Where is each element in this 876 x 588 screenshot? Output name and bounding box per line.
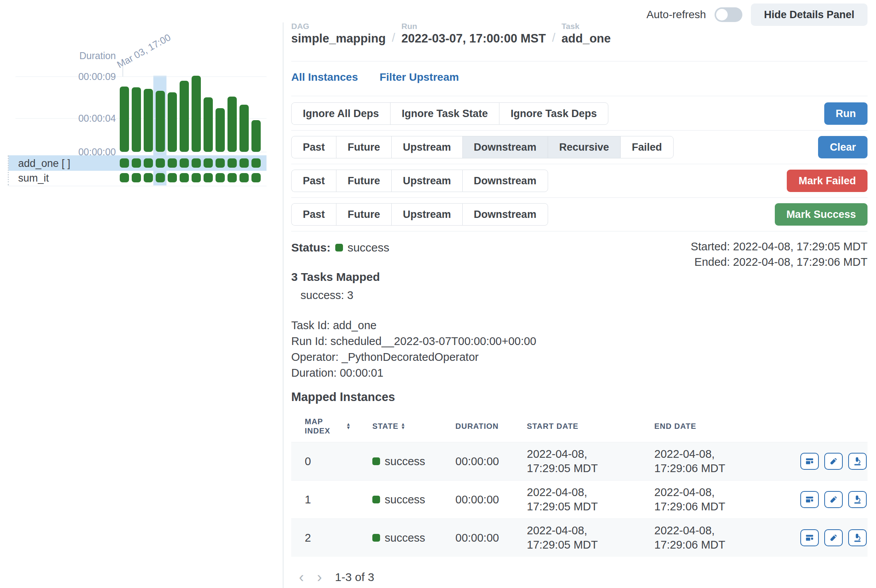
segment-past[interactable]: Past [291,136,336,158]
mark-success-button[interactable]: Mark Success [775,203,868,226]
run-action-row: Ignore All DepsIgnore Task StateIgnore T… [291,102,868,125]
segment-downstream[interactable]: Downstream [462,170,548,192]
column-header-map-index[interactable]: Map Index▲▼ [305,417,351,435]
task-instance-add-one-run-4-success[interactable] [168,158,177,168]
task-rows-bottom-line [8,186,267,186]
log-button[interactable] [824,529,843,546]
mapped-instance-row: 1success00:00:002022-04-08,17:29:05 MDT2… [291,480,868,518]
next-page-icon[interactable]: › [317,570,322,585]
task-instance-add-one-run-6-success[interactable] [192,158,201,168]
hide-details-panel-button[interactable]: Hide Details Panel [751,3,868,26]
sort-icon[interactable]: ▲▼ [346,423,351,430]
table-button[interactable] [800,491,819,508]
task-instance-add-one-run-1-success[interactable] [132,158,141,168]
task-instance-add-one-run-8-success[interactable] [216,158,225,168]
task-instance-sum-it-run-11-success[interactable] [251,173,261,182]
clear-button[interactable]: Clear [818,136,868,158]
table-icon [805,495,815,505]
breadcrumb-dag[interactable]: DAG simple_mapping [291,22,386,46]
segment-past[interactable]: Past [291,170,336,192]
task-instance-sum-it-run-8-success[interactable] [216,173,225,182]
duration-bar-run-9[interactable] [227,97,237,152]
log-button[interactable] [824,491,843,508]
segment-downstream[interactable]: Downstream [462,136,548,158]
table-button[interactable] [800,529,819,546]
task-instance-sum-it-run-4-success[interactable] [168,173,177,182]
chart-x-tick [122,66,123,76]
task-instance-sum-it-run-3-success[interactable] [156,173,165,182]
task-instance-add-one-run-0-success[interactable] [120,158,129,168]
table-button[interactable] [800,453,819,470]
chart-duration-axis-title: Duration [42,50,116,61]
task-instance-sum-it-run-5-success[interactable] [180,173,189,182]
log-button[interactable] [824,453,843,470]
segment-upstream[interactable]: Upstream [391,136,462,158]
column-header-state[interactable]: State▲▼ [372,421,419,431]
task-instance-add-one-run-7-success[interactable] [204,158,213,168]
mapped-instance-row: 0success00:00:002022-04-08,17:29:05 MDT2… [291,442,868,480]
task-instance-sum-it-run-1-success[interactable] [132,173,141,182]
task-value[interactable]: add_one [562,32,611,46]
segment-ignore-task-state[interactable]: Ignore Task State [390,102,499,125]
task-instance-sum-it-run-7-success[interactable] [204,173,213,182]
segment-recursive[interactable]: Recursive [548,136,620,158]
segment-past[interactable]: Past [291,203,336,226]
task-instance-add-one-run-5-success[interactable] [180,158,189,168]
segment-ignore-task-deps[interactable]: Ignore Task Deps [499,102,608,125]
task-instance-sum-it-run-6-success[interactable] [192,173,201,182]
duration-bar-run-3[interactable] [156,91,165,152]
task-instance-sum-it-run-0-success[interactable] [120,173,129,182]
breadcrumb-run[interactable]: Run 2022-03-07, 17:00:00 MST [401,22,546,46]
task-rows-guide [8,155,9,185]
task-instance-add-one-run-11-success[interactable] [251,158,261,168]
duration-bar-run-6[interactable] [192,76,201,152]
task-instance-add-one-run-3-success[interactable] [156,158,165,168]
segment-future[interactable]: Future [336,136,391,158]
task-instance-sum-it-run-2-success[interactable] [144,173,153,182]
task-instance-add-one-run-10-success[interactable] [239,158,249,168]
duration-bar-run-1[interactable] [132,87,141,152]
segment-upstream[interactable]: Upstream [391,170,462,192]
breadcrumb-separator: / [392,31,396,46]
cell-state: success [372,454,455,469]
task-instance-sum-it-run-9-success[interactable] [227,173,237,182]
task-instance-add-one-run-2-success[interactable] [144,158,153,168]
breadcrumb-task[interactable]: Task add_one [562,22,611,46]
segment-future[interactable]: Future [336,170,391,192]
sort-icon[interactable]: ▲▼ [401,423,406,430]
tab-all-instances[interactable]: All Instances [291,71,358,83]
microscope-button[interactable] [848,453,867,470]
duration-line: Duration: 00:00:01 [291,365,536,381]
run-label: Run [401,22,546,31]
cell-state: success [372,531,455,545]
segment-upstream[interactable]: Upstream [391,203,462,226]
run-value[interactable]: 2022-03-07, 17:00:00 MST [401,32,546,46]
auto-refresh-toggle[interactable] [715,7,742,22]
microscope-button[interactable] [848,491,867,508]
task-row-label-add-one[interactable]: add_one [ ] [18,158,70,170]
breadcrumb: DAG simple_mapping / Run 2022-03-07, 17:… [291,22,611,46]
task-row-label-sum-it[interactable]: sum_it [18,172,49,184]
duration-bar-run-11[interactable] [251,120,261,152]
segment-ignore-all-deps[interactable]: Ignore All Deps [291,102,390,125]
mark-failed-scope-button-group: PastFutureUpstreamDownstream [291,170,548,192]
previous-page-icon[interactable]: ‹ [299,570,304,585]
tab-filter-upstream[interactable]: Filter Upstream [380,71,459,83]
duration-bar-run-0[interactable] [120,87,129,152]
duration-bar-run-10[interactable] [239,105,249,152]
duration-bar-run-7[interactable] [204,97,213,152]
task-instance-sum-it-run-10-success[interactable] [239,173,249,182]
cell-start-date: 2022-04-08,17:29:05 MDT [527,447,654,476]
segment-failed[interactable]: Failed [620,136,674,158]
duration-bar-run-5[interactable] [180,81,189,152]
run-button[interactable]: Run [824,102,868,125]
segment-downstream[interactable]: Downstream [462,203,548,226]
segment-future[interactable]: Future [336,203,391,226]
microscope-button[interactable] [848,529,867,546]
mark-failed-button[interactable]: Mark Failed [787,170,868,192]
task-instance-add-one-run-9-success[interactable] [227,158,237,168]
dag-value[interactable]: simple_mapping [291,32,386,46]
duration-bar-run-4[interactable] [168,92,177,152]
duration-bar-run-8[interactable] [216,108,225,152]
duration-bar-run-2[interactable] [144,89,153,152]
